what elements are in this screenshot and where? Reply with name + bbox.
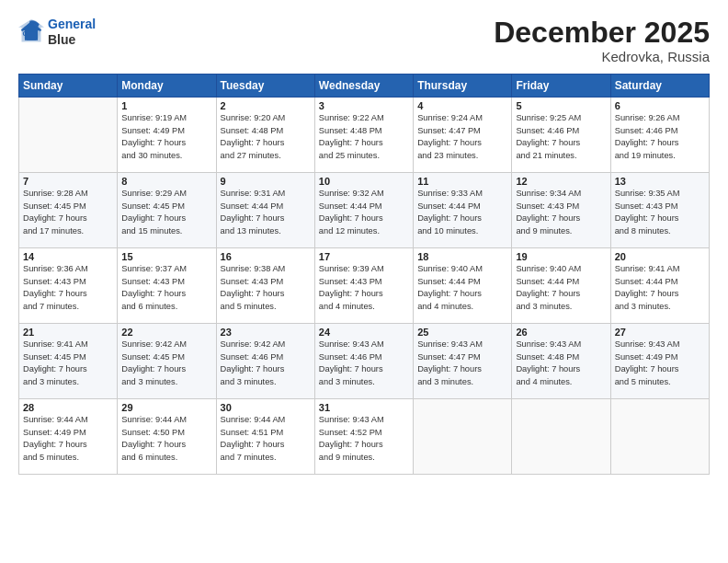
logo-line1: General: [48, 17, 96, 31]
day-number: 4: [417, 100, 507, 111]
calendar-cell: 17Sunrise: 9:39 AM Sunset: 4:43 PM Dayli…: [314, 248, 413, 324]
calendar-cell: [414, 399, 512, 475]
day-number: 7: [23, 176, 113, 187]
col-header-saturday: Saturday: [610, 75, 709, 98]
day-info: Sunrise: 9:43 AM Sunset: 4:49 PM Dayligh…: [615, 339, 705, 388]
calendar-table: SundayMondayTuesdayWednesdayThursdayFrid…: [18, 74, 710, 475]
logo: G General Blue: [18, 17, 96, 48]
day-info: Sunrise: 9:34 AM Sunset: 4:43 PM Dayligh…: [516, 188, 606, 237]
calendar-cell: 16Sunrise: 9:38 AM Sunset: 4:43 PM Dayli…: [216, 248, 314, 324]
day-info: Sunrise: 9:43 AM Sunset: 4:52 PM Dayligh…: [319, 414, 409, 464]
calendar-cell: 3Sunrise: 9:22 AM Sunset: 4:48 PM Daylig…: [314, 98, 413, 173]
day-info: Sunrise: 9:40 AM Sunset: 4:44 PM Dayligh…: [516, 263, 606, 313]
calendar-cell: 13Sunrise: 9:35 AM Sunset: 4:43 PM Dayli…: [610, 173, 709, 248]
calendar-cell: 20Sunrise: 9:41 AM Sunset: 4:44 PM Dayli…: [610, 248, 709, 324]
calendar-cell: 28Sunrise: 9:44 AM Sunset: 4:49 PM Dayli…: [19, 399, 118, 475]
day-number: 28: [23, 402, 113, 413]
day-number: 1: [121, 100, 211, 111]
calendar-cell: 4Sunrise: 9:24 AM Sunset: 4:47 PM Daylig…: [414, 98, 512, 173]
day-number: 6: [615, 100, 705, 111]
day-info: Sunrise: 9:44 AM Sunset: 4:51 PM Dayligh…: [221, 414, 311, 464]
day-number: 26: [516, 327, 606, 338]
day-info: Sunrise: 9:44 AM Sunset: 4:49 PM Dayligh…: [23, 414, 113, 464]
calendar-cell: 26Sunrise: 9:43 AM Sunset: 4:48 PM Dayli…: [512, 324, 610, 399]
day-info: Sunrise: 9:24 AM Sunset: 4:47 PM Dayligh…: [417, 112, 507, 162]
calendar-cell: 24Sunrise: 9:43 AM Sunset: 4:46 PM Dayli…: [314, 324, 413, 399]
day-number: 14: [23, 251, 113, 262]
day-number: 30: [221, 402, 311, 413]
day-info: Sunrise: 9:32 AM Sunset: 4:44 PM Dayligh…: [319, 188, 409, 237]
day-info: Sunrise: 9:43 AM Sunset: 4:47 PM Dayligh…: [417, 339, 507, 388]
calendar-cell: 2Sunrise: 9:20 AM Sunset: 4:48 PM Daylig…: [216, 98, 314, 173]
day-number: 19: [516, 251, 606, 262]
day-info: Sunrise: 9:40 AM Sunset: 4:44 PM Dayligh…: [417, 263, 507, 313]
day-number: 13: [615, 176, 705, 187]
calendar-cell: 8Sunrise: 9:29 AM Sunset: 4:45 PM Daylig…: [118, 173, 216, 248]
calendar-cell: 27Sunrise: 9:43 AM Sunset: 4:49 PM Dayli…: [610, 324, 709, 399]
day-number: 24: [319, 327, 409, 338]
day-info: Sunrise: 9:26 AM Sunset: 4:46 PM Dayligh…: [615, 112, 705, 162]
calendar-cell: 12Sunrise: 9:34 AM Sunset: 4:43 PM Dayli…: [512, 173, 610, 248]
col-header-sunday: Sunday: [19, 75, 118, 98]
logo-line2: Blue: [48, 32, 96, 48]
day-info: Sunrise: 9:42 AM Sunset: 4:45 PM Dayligh…: [121, 339, 211, 388]
col-header-thursday: Thursday: [414, 75, 512, 98]
day-number: 20: [615, 251, 705, 262]
calendar-cell: 22Sunrise: 9:42 AM Sunset: 4:45 PM Dayli…: [118, 324, 216, 399]
col-header-monday: Monday: [118, 75, 216, 98]
page: G General Blue December 2025 Kedrovka, R…: [0, 0, 728, 563]
calendar-cell: 7Sunrise: 9:28 AM Sunset: 4:45 PM Daylig…: [19, 173, 118, 248]
calendar-cell: 19Sunrise: 9:40 AM Sunset: 4:44 PM Dayli…: [512, 248, 610, 324]
day-number: 11: [417, 176, 507, 187]
calendar-cell: 23Sunrise: 9:42 AM Sunset: 4:46 PM Dayli…: [216, 324, 314, 399]
day-info: Sunrise: 9:35 AM Sunset: 4:43 PM Dayligh…: [615, 188, 705, 237]
day-info: Sunrise: 9:31 AM Sunset: 4:44 PM Dayligh…: [221, 188, 311, 237]
calendar-cell: 15Sunrise: 9:37 AM Sunset: 4:43 PM Dayli…: [118, 248, 216, 324]
day-info: Sunrise: 9:25 AM Sunset: 4:46 PM Dayligh…: [516, 112, 606, 162]
calendar-cell: 9Sunrise: 9:31 AM Sunset: 4:44 PM Daylig…: [216, 173, 314, 248]
calendar-cell: 30Sunrise: 9:44 AM Sunset: 4:51 PM Dayli…: [216, 399, 314, 475]
calendar-cell: 10Sunrise: 9:32 AM Sunset: 4:44 PM Dayli…: [314, 173, 413, 248]
day-info: Sunrise: 9:41 AM Sunset: 4:44 PM Dayligh…: [615, 263, 705, 313]
col-header-wednesday: Wednesday: [314, 75, 413, 98]
calendar-cell: 6Sunrise: 9:26 AM Sunset: 4:46 PM Daylig…: [610, 98, 709, 173]
header: G General Blue December 2025 Kedrovka, R…: [18, 17, 710, 64]
day-info: Sunrise: 9:38 AM Sunset: 4:43 PM Dayligh…: [221, 263, 311, 313]
day-info: Sunrise: 9:29 AM Sunset: 4:45 PM Dayligh…: [121, 188, 211, 237]
calendar-cell: [512, 399, 610, 475]
day-number: 17: [319, 251, 409, 262]
day-info: Sunrise: 9:22 AM Sunset: 4:48 PM Dayligh…: [319, 112, 409, 162]
calendar-cell: 18Sunrise: 9:40 AM Sunset: 4:44 PM Dayli…: [414, 248, 512, 324]
calendar-cell: 14Sunrise: 9:36 AM Sunset: 4:43 PM Dayli…: [19, 248, 118, 324]
location: Kedrovka, Russia: [494, 49, 710, 64]
day-info: Sunrise: 9:44 AM Sunset: 4:50 PM Dayligh…: [121, 414, 211, 464]
day-number: 25: [417, 327, 507, 338]
day-info: Sunrise: 9:41 AM Sunset: 4:45 PM Dayligh…: [23, 339, 113, 388]
col-header-tuesday: Tuesday: [216, 75, 314, 98]
day-number: 12: [516, 176, 606, 187]
calendar-cell: 31Sunrise: 9:43 AM Sunset: 4:52 PM Dayli…: [314, 399, 413, 475]
day-number: 29: [121, 402, 211, 413]
day-number: 9: [221, 176, 311, 187]
calendar-cell: 21Sunrise: 9:41 AM Sunset: 4:45 PM Dayli…: [19, 324, 118, 399]
calendar-cell: [610, 399, 709, 475]
col-header-friday: Friday: [512, 75, 610, 98]
logo-text: General Blue: [48, 17, 96, 48]
day-number: 16: [221, 251, 311, 262]
day-info: Sunrise: 9:36 AM Sunset: 4:43 PM Dayligh…: [23, 263, 113, 313]
day-info: Sunrise: 9:19 AM Sunset: 4:49 PM Dayligh…: [121, 112, 211, 162]
day-number: 22: [121, 327, 211, 338]
day-number: 31: [319, 402, 409, 413]
day-info: Sunrise: 9:39 AM Sunset: 4:43 PM Dayligh…: [319, 263, 409, 313]
title-block: December 2025 Kedrovka, Russia: [494, 17, 710, 64]
day-info: Sunrise: 9:20 AM Sunset: 4:48 PM Dayligh…: [221, 112, 311, 162]
logo-icon: G: [18, 19, 44, 45]
calendar-cell: 11Sunrise: 9:33 AM Sunset: 4:44 PM Dayli…: [414, 173, 512, 248]
day-number: 21: [23, 327, 113, 338]
day-info: Sunrise: 9:37 AM Sunset: 4:43 PM Dayligh…: [121, 263, 211, 313]
day-number: 18: [417, 251, 507, 262]
calendar-cell: 1Sunrise: 9:19 AM Sunset: 4:49 PM Daylig…: [118, 98, 216, 173]
month-title: December 2025: [494, 17, 710, 49]
day-number: 8: [121, 176, 211, 187]
day-number: 27: [615, 327, 705, 338]
